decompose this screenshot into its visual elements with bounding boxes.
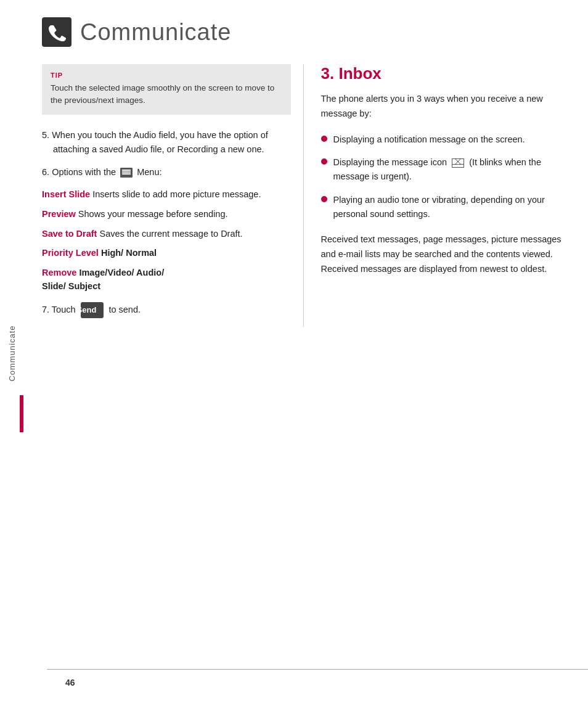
preview-keyword: Preview xyxy=(42,209,76,219)
step-7-number: 7. xyxy=(42,305,52,314)
step-7-text-after: to send. xyxy=(108,305,141,314)
insert-slide-text: Inserts slide to add more picture messag… xyxy=(92,189,261,199)
menu-priority-level: Priority Level High/ Normal xyxy=(42,247,291,260)
step-6-number: 6. xyxy=(42,167,52,177)
section-paragraph: Received text messages, page messages, p… xyxy=(321,232,570,277)
section-intro: The phone alerts you in 3 ways when you … xyxy=(321,92,570,121)
preview-text: Shows your message before sending. xyxy=(78,209,228,219)
save-to-draft-text: Saves the current message to Draft. xyxy=(99,229,242,239)
step-6-text-after: Menu: xyxy=(137,167,161,177)
tip-text: Touch the selected image smoothly on the… xyxy=(51,82,282,107)
list-item: Playing an audio tone or vibrating, depe… xyxy=(321,193,570,221)
save-to-draft-keyword: Save to Draft xyxy=(42,229,97,239)
tip-box: TIP Touch the selected image smoothly on… xyxy=(42,64,291,115)
bullet-2-text: Displaying the message icon (It blinks w… xyxy=(333,155,570,184)
bullet-3-text: Playing an audio tone or vibrating, depe… xyxy=(333,193,570,221)
step-7-text-before: Touch xyxy=(52,305,76,314)
insert-slide-keyword: Insert Slide xyxy=(42,189,90,199)
remove-keyword: Remove xyxy=(42,268,76,277)
send-button-label: Send xyxy=(81,302,104,319)
main-content: Communicate TIP Touch the selected image… xyxy=(23,0,588,706)
menu-icon xyxy=(120,168,133,178)
page-title: Communicate xyxy=(80,19,231,46)
section-title: 3. Inbox xyxy=(321,64,570,83)
left-column: TIP Touch the selected image smoothly on… xyxy=(23,64,304,327)
page-footer: 46 xyxy=(47,669,588,688)
step-5: 5. When you touch the Audio field, you h… xyxy=(42,128,291,157)
step-5-text: When you touch the Audio field, you have… xyxy=(52,130,268,154)
step-7: 7. Touch Send to send. xyxy=(42,302,291,319)
envelope-icon xyxy=(452,158,464,168)
right-column: 3. Inbox The phone alerts you in 3 ways … xyxy=(304,64,589,327)
bullet-1-text: Displaying a notification message on the… xyxy=(333,133,525,147)
bullet-dot xyxy=(321,136,327,142)
tip-label: TIP xyxy=(51,72,282,79)
menu-preview: Preview Shows your message before sendin… xyxy=(42,208,291,221)
step-6: 6. Options with the Menu: xyxy=(42,165,291,179)
page-header: Communicate xyxy=(23,0,588,58)
sidebar-label: Communicate xyxy=(7,325,17,381)
priority-level-keyword: Priority Level xyxy=(42,248,99,258)
phone-svg-icon xyxy=(47,23,66,41)
content-columns: TIP Touch the selected image smoothly on… xyxy=(23,58,588,327)
bullet-dot xyxy=(321,158,327,165)
sidebar: Communicate xyxy=(0,0,23,706)
menu-insert-slide: Insert Slide Inserts slide to add more p… xyxy=(42,188,291,202)
step-6-text-before: Options with the xyxy=(52,167,116,177)
bullet-dot xyxy=(321,196,327,202)
step-5-number: 5. xyxy=(42,130,52,140)
bullet-list: Displaying a notification message on the… xyxy=(321,133,570,221)
menu-remove: Remove Image/Video/ Audio/Slide/ Subject xyxy=(42,266,291,293)
page-number: 46 xyxy=(65,678,75,688)
list-item: Displaying the message icon (It blinks w… xyxy=(321,155,570,184)
list-item: Displaying a notification message on the… xyxy=(321,133,570,147)
communicate-icon xyxy=(42,17,71,47)
priority-level-value: High/ Normal xyxy=(101,248,157,258)
menu-save-to-draft: Save to Draft Saves the current message … xyxy=(42,228,291,241)
